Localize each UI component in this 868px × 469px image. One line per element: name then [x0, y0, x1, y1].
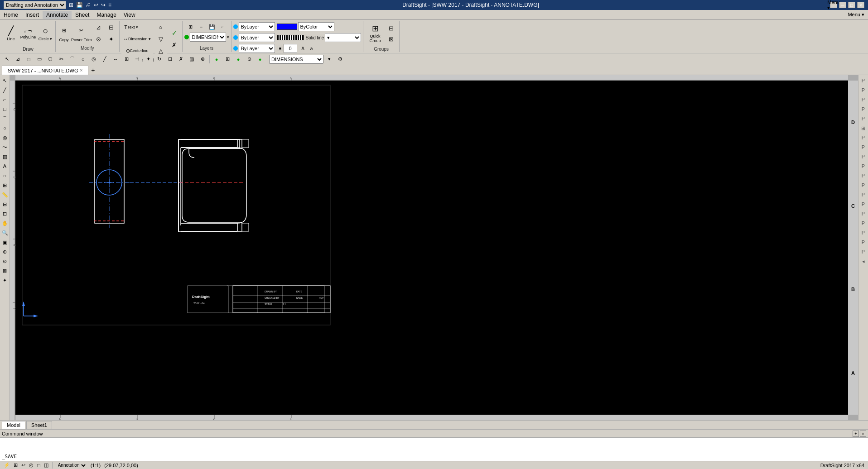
lt-line[interactable]: ╱ — [0, 86, 10, 95]
layer-manage-button[interactable]: ≡ — [196, 22, 206, 32]
layer-prev-button[interactable]: ← — [218, 22, 228, 32]
polyline-button[interactable]: ⌐¬ PolyLine — [20, 22, 36, 45]
qt-green3[interactable]: ● — [255, 55, 265, 64]
qt-explode[interactable]: ⊛ — [198, 55, 207, 64]
rp-btn-6[interactable]: ⊞ — [859, 124, 868, 133]
customize-icon[interactable]: ≡ — [108, 2, 111, 8]
xmark-button[interactable]: ✗ — [169, 39, 180, 50]
lt-extras[interactable]: ✦ — [0, 276, 10, 285]
linecolor-btn[interactable]: ■ — [278, 46, 283, 51]
lineweight-select[interactable]: ByLayer — [239, 44, 275, 53]
lt-zoom[interactable]: 🔍 — [0, 228, 10, 237]
lt-circle[interactable]: ○ — [0, 124, 10, 133]
new-tab-button[interactable]: + — [88, 66, 97, 75]
menu-home[interactable]: Home — [0, 11, 22, 19]
qt-green2[interactable]: ● — [233, 55, 243, 64]
rp-btn-14[interactable]: P — [859, 200, 868, 209]
cmd-close-btn[interactable]: × — [860, 431, 866, 437]
linestyle-type-select[interactable]: ▾ — [325, 33, 361, 42]
rp-btn-3[interactable]: P — [859, 95, 868, 104]
menu-manage[interactable]: Manage — [93, 11, 120, 19]
qt-extend[interactable]: ⊣ — [132, 55, 142, 64]
rp-btn-12[interactable]: P — [859, 181, 868, 190]
prop-btn2[interactable]: a — [308, 44, 316, 53]
qt-rotate[interactable]: ↻ — [154, 55, 164, 64]
qt-trim[interactable]: ⊞ — [121, 55, 131, 64]
qt-move[interactable]: ✦ — [143, 55, 153, 64]
qt-cut[interactable]: ✂ — [56, 55, 66, 64]
qt-dim[interactable]: ↔ — [111, 55, 121, 64]
lt-rect[interactable]: □ — [0, 105, 10, 114]
maximize-btn[interactable]: □ — [848, 2, 855, 8]
lt-text[interactable]: A — [0, 162, 10, 171]
sheet1-tab[interactable]: Sheet1 — [26, 421, 52, 429]
power-trim-button[interactable]: ✂ — [75, 24, 88, 37]
rp-btn-15[interactable]: P — [859, 209, 868, 218]
layer-filter-dropdown[interactable]: DIMENSIONS — [269, 55, 323, 64]
lt-group[interactable]: ⊠ — [0, 266, 10, 275]
qt-green1[interactable]: ● — [212, 55, 222, 64]
menu-right-label[interactable]: Menu ▾ — [848, 12, 864, 18]
qt-settings[interactable]: ⚙ — [335, 55, 345, 64]
group-btn1[interactable]: ⊟ — [386, 23, 396, 33]
lt-orbit[interactable]: ⊙ — [0, 257, 10, 266]
line-button[interactable]: ╱ Line — [3, 22, 19, 45]
rp-btn-10[interactable]: P — [859, 162, 868, 171]
rp-btn-13[interactable]: P — [859, 190, 868, 199]
lt-ellipse[interactable]: ◎ — [0, 133, 10, 142]
balloon-button[interactable]: ○ — [155, 22, 167, 33]
workspace-dropdown[interactable]: Drafting and Annotation — [4, 1, 66, 9]
check-button[interactable]: ✓ — [169, 28, 180, 38]
rp-btn-20[interactable]: ◂ — [859, 257, 868, 266]
lineweight-input[interactable] — [284, 44, 297, 53]
copy-button[interactable]: ⊞ — [58, 24, 70, 37]
rp-btn-19[interactable]: P — [859, 247, 868, 256]
quick-group-button[interactable]: ⊞ Quick Group — [365, 22, 385, 45]
qt-circ[interactable]: ○ — [78, 55, 88, 64]
rp-btn-16[interactable]: P — [859, 219, 868, 228]
status-ortho[interactable]: ↩ — [21, 462, 25, 468]
rp-btn-11[interactable]: P — [859, 171, 868, 180]
status-grid[interactable]: ⊞ — [14, 462, 18, 468]
qt-circ2[interactable]: ◎ — [89, 55, 99, 64]
rp-btn-7[interactable]: P — [859, 133, 868, 142]
qt-arc[interactable]: ⌒ — [67, 55, 77, 64]
rp-btn-18[interactable]: P — [859, 238, 868, 247]
lt-arc[interactable]: ⌒ — [0, 114, 10, 123]
status-otrack[interactable]: ◫ — [44, 462, 48, 468]
rp-btn-17[interactable]: P — [859, 228, 868, 237]
menu-right[interactable]: Menu ▾ — [830, 2, 837, 8]
cmd-expand-btn[interactable]: + — [853, 431, 859, 437]
lt-block[interactable]: ⊞ — [0, 181, 10, 190]
linestyle-select[interactable]: ByLayer — [239, 33, 275, 42]
mirror-button[interactable]: ⊿ — [93, 22, 105, 33]
rp-btn-8[interactable]: P — [859, 143, 868, 152]
rp-btn-5[interactable]: P — [859, 114, 868, 123]
lt-spline[interactable]: 〜 — [0, 143, 10, 152]
lt-hatch[interactable]: ▨ — [0, 152, 10, 161]
qt-line[interactable]: ╱ — [100, 55, 110, 64]
lt-polyline[interactable]: ⌐ — [0, 95, 10, 104]
bycolor-select[interactable]: ByColor — [298, 22, 334, 31]
qt-link[interactable]: ⊙ — [244, 55, 254, 64]
status-polar[interactable]: ◎ — [29, 462, 34, 468]
undo-icon[interactable]: ↩ — [94, 2, 98, 8]
group-btn2[interactable]: ⊠ — [386, 34, 396, 44]
qt-layers-icon[interactable]: ⊞ — [222, 55, 232, 64]
close-btn[interactable]: × — [857, 2, 864, 8]
toolbar-icon-1[interactable]: ⊞ — [69, 2, 73, 8]
circle-button[interactable]: ○ Circle ▾ — [37, 22, 53, 45]
color-select[interactable]: ByLayer — [239, 22, 275, 31]
qt-select[interactable]: ⊿ — [13, 55, 23, 64]
rp-btn-2[interactable]: P — [859, 86, 868, 95]
document-tab[interactable]: SWW 2017 - ...NNOTATE.DWG × — [2, 66, 88, 75]
layer-select[interactable]: DIMENSION — [190, 33, 226, 42]
move-button[interactable]: ✦ — [106, 34, 117, 44]
minimize-btn[interactable]: ─ — [839, 2, 846, 8]
layer-state-button[interactable]: ⊞ — [185, 22, 195, 32]
menu-sheet[interactable]: Sheet — [72, 11, 93, 19]
lt-snap[interactable]: ⊕ — [0, 247, 10, 256]
rp-btn-1[interactable]: P — [859, 76, 868, 85]
dwg-surface[interactable]: DRAWN BY DATE CHECKED BY SCALE 1:1 NAME … — [15, 81, 848, 415]
lt-select[interactable]: ↖ — [0, 76, 10, 85]
